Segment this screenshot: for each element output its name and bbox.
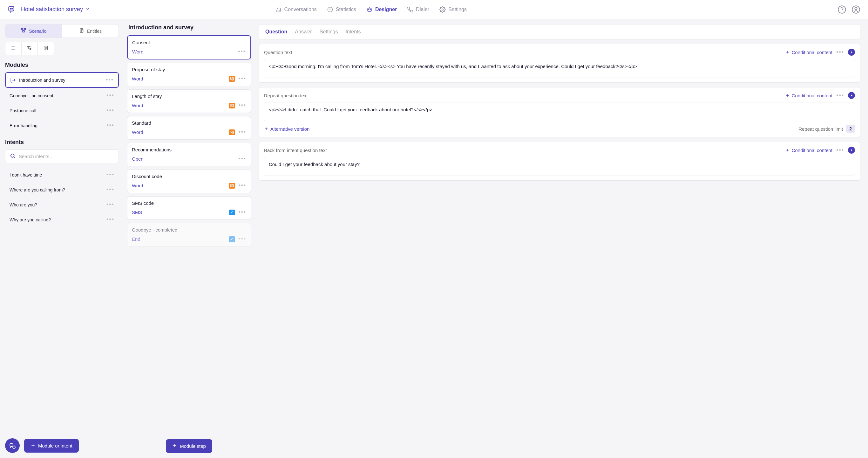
panel-title: Question text <box>264 50 292 55</box>
variable-badge-icon: ${} <box>229 76 235 82</box>
more-icon[interactable]: ••• <box>238 48 246 55</box>
more-icon[interactable]: ••• <box>106 216 114 223</box>
step-card[interactable]: SMS code SMS✓••• <box>127 196 251 220</box>
play-button[interactable] <box>848 49 855 56</box>
modules-heading: Modules <box>5 62 119 68</box>
more-icon[interactable]: ••• <box>106 107 114 114</box>
intent-list: I don't have time••• Where are you calli… <box>5 168 119 434</box>
more-icon[interactable]: ••• <box>106 92 114 99</box>
panel-question-text: Question text Conditional content ••• <p… <box>259 44 860 83</box>
repeat-question-input[interactable]: <p><s>I didn't catch that. Could I get y… <box>264 102 855 121</box>
search-icon <box>10 153 16 160</box>
step-card[interactable]: Length of stay Word${}••• <box>127 89 251 113</box>
step-card[interactable]: Standard Word${}••• <box>127 116 251 140</box>
svg-rect-13 <box>23 31 25 32</box>
svg-point-27 <box>10 443 13 447</box>
svg-rect-11 <box>22 28 23 30</box>
chart-icon <box>327 6 333 13</box>
repeat-limit-value[interactable]: 2 <box>846 125 855 133</box>
nav-statistics[interactable]: Statistics <box>327 6 356 13</box>
panel-back-from-intent: Back from intent question text Condition… <box>259 142 860 181</box>
nav-dialer[interactable]: Dialer <box>407 6 429 13</box>
module-item-error[interactable]: Error handling ••• <box>5 118 119 133</box>
svg-point-28 <box>13 446 15 449</box>
add-module-step-button[interactable]: Module step <box>166 439 212 453</box>
svg-point-1 <box>10 8 11 9</box>
more-icon[interactable]: ••• <box>238 129 246 136</box>
nav-designer[interactable]: Designer <box>366 6 397 13</box>
sidebar-tabs: Scenario Entities <box>5 24 119 38</box>
project-name-label: Hotel satisfaction survey <box>21 6 83 13</box>
tab-answer[interactable]: Answer <box>295 29 312 35</box>
tab-entities[interactable]: Entities <box>62 25 119 37</box>
help-icon[interactable] <box>837 5 846 14</box>
step-card[interactable]: Recommendations Open••• <box>127 143 251 166</box>
module-item-goodbye[interactable]: Goodbye - no consent ••• <box>5 88 119 103</box>
step-card-consent[interactable]: Consent Word••• <box>127 35 251 59</box>
tab-scenario[interactable]: Scenario <box>5 25 62 37</box>
svg-point-2 <box>12 8 12 9</box>
tab-question[interactable]: Question <box>265 29 287 35</box>
variable-badge-icon: ${} <box>229 103 235 109</box>
detail-panel: Question Answer Settings Intents Questio… <box>254 19 868 458</box>
more-icon[interactable]: ••• <box>238 76 246 82</box>
play-button[interactable] <box>848 92 855 99</box>
play-button[interactable] <box>848 147 855 153</box>
module-item-intro[interactable]: Introduction and survey ••• <box>5 72 119 88</box>
intent-item[interactable]: Why are you calling?••• <box>5 212 119 227</box>
tab-intents[interactable]: Intents <box>346 29 361 35</box>
intent-item[interactable]: I don't have time••• <box>5 168 119 182</box>
more-icon[interactable]: ••• <box>106 77 114 83</box>
more-icon[interactable]: ••• <box>238 155 246 162</box>
back-intent-input[interactable]: Could I get your feedback about your sta… <box>264 157 855 176</box>
search-intents[interactable] <box>5 149 119 163</box>
search-intents-input[interactable] <box>19 153 114 159</box>
view-tree-icon[interactable] <box>22 42 38 55</box>
more-icon[interactable]: ••• <box>106 171 114 178</box>
more-icon[interactable]: ••• <box>106 187 114 193</box>
more-icon[interactable]: ••• <box>106 122 114 129</box>
svg-point-7 <box>442 8 443 10</box>
tab-settings[interactable]: Settings <box>320 29 338 35</box>
step-card[interactable]: Purpose of stay Word${}••• <box>127 63 251 86</box>
more-icon[interactable]: ••• <box>836 147 844 153</box>
view-list-icon[interactable] <box>5 42 22 55</box>
svg-point-25 <box>11 154 14 158</box>
more-icon[interactable]: ••• <box>836 92 844 99</box>
clipboard-icon <box>79 28 85 34</box>
more-icon[interactable]: ••• <box>238 102 246 109</box>
variable-badge-icon: ${} <box>229 183 235 189</box>
topbar: Hotel satisfaction survey Conversations … <box>0 0 868 19</box>
exit-icon <box>10 77 16 83</box>
more-icon[interactable]: ••• <box>238 209 246 216</box>
more-icon[interactable]: ••• <box>238 236 246 242</box>
variable-badge-icon: ${} <box>229 130 235 135</box>
alternative-version-button[interactable]: Alternative version <box>264 126 309 132</box>
step-card[interactable]: Discount code Word${}••• <box>127 170 251 193</box>
nav-conversations[interactable]: Conversations <box>275 6 317 13</box>
repeat-limit-label: Repeat question limit <box>799 126 843 132</box>
user-avatar-icon[interactable] <box>851 5 860 14</box>
conditional-content-button[interactable]: Conditional content <box>785 50 832 55</box>
conditional-content-button[interactable]: Conditional content <box>785 148 832 153</box>
view-doc-icon[interactable] <box>38 42 54 55</box>
nav-settings[interactable]: Settings <box>439 6 467 13</box>
conditional-content-button[interactable]: Conditional content <box>785 93 832 98</box>
module-list: Introduction and survey ••• Goodbye - no… <box>5 72 119 133</box>
more-icon[interactable]: ••• <box>238 182 246 189</box>
intent-item[interactable]: Where are you calling from?••• <box>5 182 119 197</box>
svg-point-10 <box>855 7 857 9</box>
add-module-intent-button[interactable]: Module or intent <box>24 439 79 453</box>
project-selector[interactable]: Hotel satisfaction survey <box>21 6 90 13</box>
assistant-fab[interactable] <box>5 438 20 453</box>
chevron-down-icon <box>86 6 90 13</box>
svg-point-8 <box>838 6 845 13</box>
center-column: Introduction and survey Consent Word••• … <box>124 19 254 458</box>
more-icon[interactable]: ••• <box>836 49 844 56</box>
question-text-input[interactable]: <p><s>Good morning. I'm calling from Tom… <box>264 59 855 78</box>
module-item-postpone[interactable]: Postpone call ••• <box>5 103 119 118</box>
intents-heading: Intents <box>5 139 119 146</box>
intent-item[interactable]: Who are you?••• <box>5 198 119 212</box>
more-icon[interactable]: ••• <box>106 201 114 208</box>
step-card[interactable]: Goodbye - completed End✓••• <box>127 223 251 247</box>
